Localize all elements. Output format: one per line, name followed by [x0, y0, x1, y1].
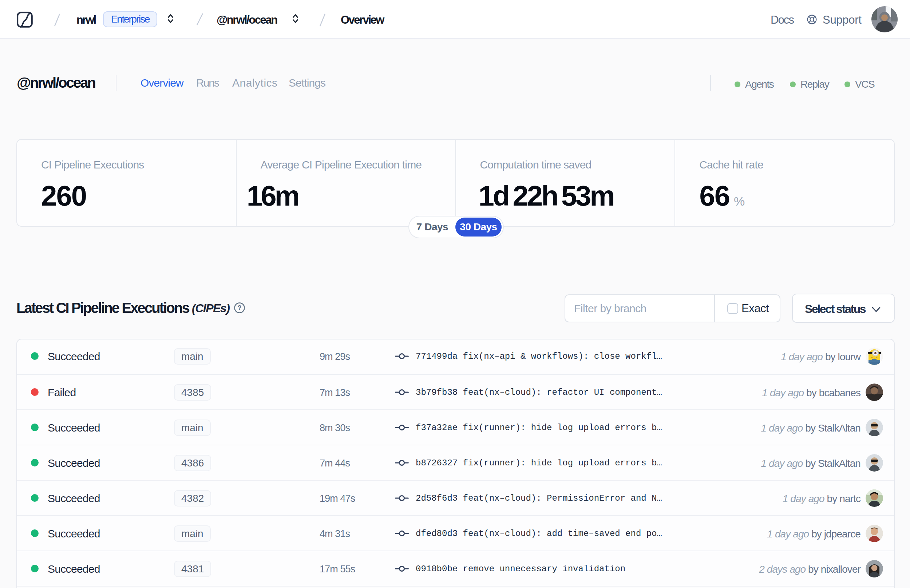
svg-text:?: ? [238, 304, 242, 312]
